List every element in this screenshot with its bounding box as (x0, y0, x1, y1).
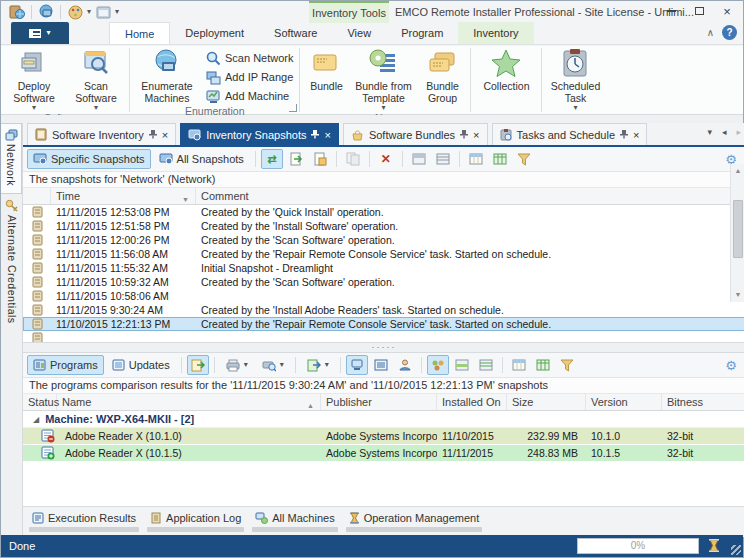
updates-toggle[interactable]: Updates (106, 355, 176, 375)
bitness-column-header[interactable]: Bitness (662, 394, 744, 410)
snapshot-row[interactable]: 11/11/2015 10:58:06 AM (23, 289, 744, 303)
snapshot-row[interactable]: 11/11/2015 11:56:08 AM Created by the 'R… (23, 247, 744, 261)
snapshot-row[interactable]: 11/11/2015 12:00:26 PM Created by the 'S… (23, 233, 744, 247)
save-snapshot-button[interactable] (309, 149, 331, 169)
doc-tab-tasks-and-schedule[interactable]: Tasks and Schedule × (492, 123, 648, 145)
dock-tab-application-log[interactable]: Application Log (147, 512, 244, 532)
deploy-software-button[interactable]: Deploy Software ▾ (3, 47, 65, 112)
tab-software[interactable]: Software (259, 22, 332, 44)
scheduled-task-button[interactable]: Scheduled Task ▾ (544, 47, 606, 112)
show-changes-button[interactable] (427, 355, 449, 375)
app-logo-icon[interactable] (7, 3, 27, 21)
remote-console-icon[interactable] (36, 3, 56, 21)
minimize-button[interactable] (657, 1, 685, 21)
comparison-mode-button[interactable] (187, 355, 209, 375)
scroll-tabs-left-icon[interactable]: ◂ (722, 127, 727, 137)
layout-split-button-2[interactable] (451, 355, 473, 375)
programs-toggle[interactable]: Programs (27, 355, 104, 375)
time-column-header[interactable]: Time ▼ (51, 188, 196, 204)
pin-icon[interactable] (460, 130, 468, 139)
scan-network-button[interactable]: Scan Network (202, 49, 297, 67)
snapshot-row[interactable]: 11/11/2015 11:55:32 AM Initial Snapshot … (23, 261, 744, 275)
help-icon[interactable]: ? (722, 25, 737, 40)
export-button[interactable]: ▾ (301, 355, 335, 375)
theme-palette-icon[interactable] (65, 3, 85, 21)
bundle-group-button[interactable]: Bundle Group (416, 47, 468, 104)
group-by-user-button[interactable] (394, 355, 416, 375)
pin-icon[interactable] (620, 130, 628, 139)
maximize-button[interactable] (685, 1, 713, 21)
scroll-up-icon[interactable]: ▲ (735, 164, 742, 178)
load-snapshot-button[interactable] (285, 149, 307, 169)
snapshots-scrollbar[interactable]: ▲ ▼ (730, 164, 744, 302)
snapshot-row[interactable]: 11/11/2015 10:59:32 AM Created by the 'S… (23, 275, 744, 289)
doc-tab-software-bundles[interactable]: Software Bundles × (343, 123, 488, 145)
sidebar-item-network[interactable]: Network (1, 123, 22, 194)
print-button[interactable]: ▾ (220, 355, 254, 375)
tab-view[interactable]: View (332, 22, 386, 44)
sidebar-item-alternate-credentials[interactable]: Alternate Credentials (1, 194, 22, 331)
screenshot-icon[interactable] (93, 3, 113, 21)
dock-tab-all-machines[interactable]: All Machines (252, 512, 337, 532)
snapshot-row[interactable]: 11/11/2015 12:51:58 PM Created by the 'I… (23, 219, 744, 233)
status-column-header[interactable]: Status (23, 394, 57, 410)
delete-snapshot-button[interactable]: ✕ (375, 149, 397, 169)
doc-tab-inventory-snapshots[interactable]: Inventory Snapshots × (180, 123, 339, 145)
scrollbar-thumb[interactable] (733, 200, 743, 258)
tab-inventory[interactable]: Inventory (458, 22, 533, 44)
close-tab-icon[interactable]: × (473, 129, 479, 141)
close-button[interactable]: × (713, 1, 741, 21)
tab-home[interactable]: Home (109, 22, 170, 44)
dock-tab-execution-results[interactable]: Execution Results (29, 512, 139, 532)
pin-icon[interactable] (311, 130, 319, 139)
add-ip-range-button[interactable]: Add IP Range (202, 68, 297, 86)
theme-dropdown-icon[interactable]: ▾ (87, 8, 91, 16)
snapshot-row-selected[interactable]: 11/10/2015 12:21:13 PM Created by the 'R… (23, 317, 744, 331)
layout-split-button[interactable] (408, 149, 430, 169)
close-tab-icon[interactable]: × (633, 129, 639, 141)
program-row-added[interactable]: Adobe Reader X (10.1.5) Adobe Systems In… (23, 445, 744, 461)
size-column-header[interactable]: Size (507, 394, 586, 410)
scroll-down-icon[interactable]: ▼ (735, 288, 742, 302)
grid-view-button-2[interactable] (532, 355, 554, 375)
edit-comment-button[interactable] (342, 149, 364, 169)
filter-button[interactable] (513, 149, 535, 169)
tab-deployment[interactable]: Deployment (170, 22, 259, 44)
close-tab-icon[interactable]: × (162, 129, 168, 141)
snapshot-row[interactable]: 11/11/2015 9:30:24 AM Created by the 'In… (23, 303, 744, 317)
bundle-button[interactable]: Bundle (302, 47, 350, 103)
bundle-from-template-button[interactable]: Bundle from Template ▾ (350, 47, 416, 112)
publisher-column-header[interactable]: Publisher (321, 394, 437, 410)
grid-view-button[interactable] (489, 149, 511, 169)
doc-tab-software-inventory[interactable]: Software Inventory × (27, 123, 176, 145)
pin-icon[interactable] (149, 130, 157, 139)
machine-group-row[interactable]: ◢ Machine: WXP-X64-MKII - [2] (23, 411, 744, 428)
scrollbar-track[interactable] (731, 178, 744, 288)
expander-icon[interactable]: ◢ (33, 415, 39, 424)
close-tab-icon[interactable]: × (324, 129, 330, 141)
scan-software-button[interactable]: Scan Software ▾ (65, 47, 127, 112)
compare-snapshots-button[interactable]: ⇄ (261, 149, 283, 169)
filter-button-2[interactable] (556, 355, 578, 375)
program-row-removed[interactable]: Adobe Reader X (10.1.0) Adobe Systems In… (23, 428, 744, 444)
snapshot-row[interactable]: 11/11/2015 12:53:08 PM Created by the 'Q… (23, 205, 744, 219)
enumerate-machines-button[interactable]: Enumerate Machines (132, 47, 202, 104)
specific-snapshots-toggle[interactable]: Specific Snapshots (27, 149, 151, 169)
version-column-header[interactable]: Version (586, 394, 662, 410)
layout-rows-button-2[interactable] (475, 355, 497, 375)
pane-splitter[interactable]: ····· (23, 342, 744, 353)
qat-overflow-icon[interactable]: ▾ (115, 8, 119, 16)
column-chooser-button-2[interactable] (508, 355, 530, 375)
comment-column-header[interactable]: Comment (196, 188, 744, 204)
group-by-machine-button[interactable] (346, 355, 368, 375)
tab-program[interactable]: Program (386, 22, 458, 44)
collection-button[interactable]: Collection (473, 47, 539, 103)
collapse-ribbon-icon[interactable]: ∧ (707, 27, 714, 38)
column-chooser-button[interactable] (465, 149, 487, 169)
installed-on-column-header[interactable]: Installed On (437, 394, 507, 410)
tab-list-dropdown-icon[interactable]: ▾ (707, 127, 712, 137)
layout-rows-button[interactable] (432, 149, 454, 169)
icon-column-header[interactable] (23, 188, 51, 204)
settings-gear-icon[interactable]: ⚙ (725, 358, 737, 373)
enumeration-dialog-launcher-icon[interactable] (289, 104, 297, 112)
